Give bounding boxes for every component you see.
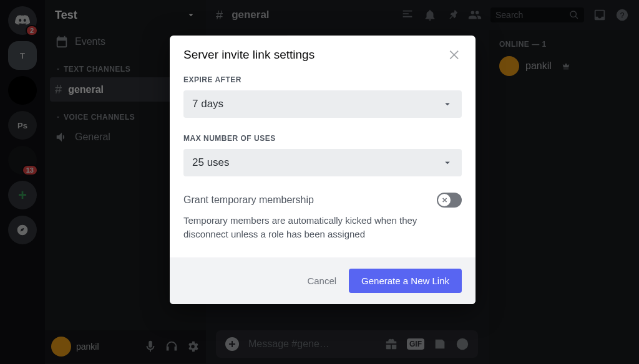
close-icon	[448, 48, 462, 62]
modal-title: Server invite link settings	[183, 48, 315, 62]
generate-link-button[interactable]: Generate a New Link	[349, 269, 462, 293]
temp-membership-desc: Temporary members are automatically kick…	[183, 214, 462, 241]
close-button[interactable]	[448, 48, 462, 62]
chevron-down-icon	[442, 157, 453, 168]
uses-label: MAX NUMBER OF USES	[183, 134, 462, 143]
uses-select[interactable]: 25 uses	[183, 149, 462, 176]
uses-value: 25 uses	[192, 156, 230, 169]
temp-membership-label: Grant temporary membership	[183, 194, 314, 206]
expire-value: 7 days	[192, 98, 223, 110]
invite-settings-modal: Server invite link settings EXPIRE AFTER…	[170, 36, 476, 304]
chevron-down-icon	[442, 98, 453, 110]
expire-select[interactable]: 7 days	[183, 90, 462, 118]
temp-membership-toggle[interactable]	[437, 193, 462, 208]
cancel-button[interactable]: Cancel	[307, 275, 336, 286]
expire-label: EXPIRE AFTER	[183, 75, 462, 84]
